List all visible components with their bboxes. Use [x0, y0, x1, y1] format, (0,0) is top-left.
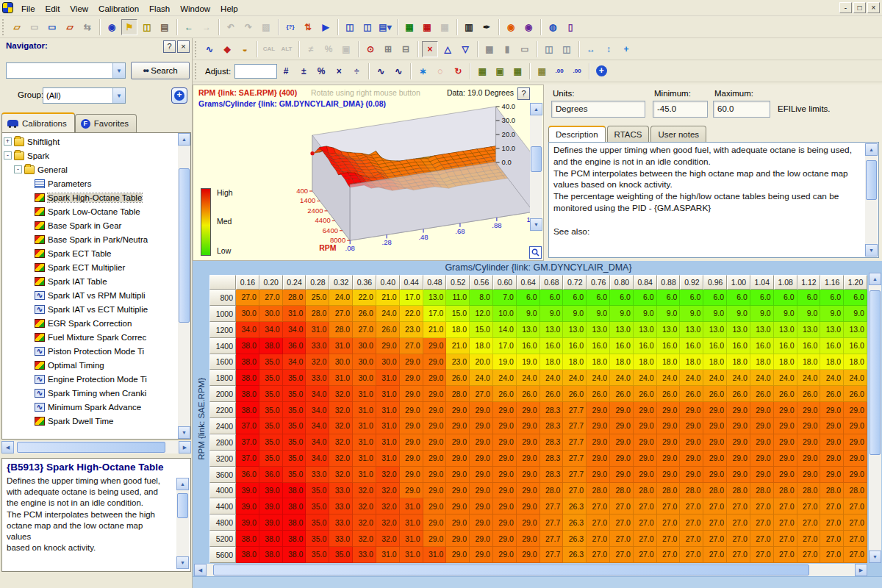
table-cell[interactable]: 35.0	[259, 370, 283, 386]
table-cell[interactable]: 28.0	[703, 483, 727, 499]
table-cell[interactable]: 33.0	[306, 370, 329, 386]
table-cell[interactable]: 27.0	[774, 531, 797, 547]
table-cell[interactable]: 26.0	[703, 386, 727, 402]
column-header[interactable]: 0.56	[470, 275, 493, 290]
cone-down-icon[interactable]: ▽	[457, 41, 473, 57]
menu-view[interactable]: View	[65, 2, 93, 15]
undo-icon[interactable]: ↶	[223, 19, 239, 35]
table-cell[interactable]: 29.0	[423, 386, 447, 402]
table-cell[interactable]: 10.0	[493, 306, 517, 322]
table-cell[interactable]: 35.0	[259, 386, 283, 402]
table-cell[interactable]: 26.3	[563, 531, 587, 547]
delete-cells-icon[interactable]: ×	[422, 41, 438, 57]
table-cell[interactable]: 31.0	[423, 547, 447, 563]
table-cell[interactable]: 6.0	[517, 290, 540, 306]
table-cell[interactable]: 29.0	[657, 402, 681, 418]
row-header[interactable]: 1400	[209, 338, 236, 354]
table-cell[interactable]: 31.0	[376, 434, 400, 451]
column-header[interactable]: 0.96	[703, 275, 727, 290]
table-cell[interactable]: 27.0	[820, 498, 844, 514]
row-header[interactable]: 1600	[209, 354, 236, 370]
table-cell[interactable]: 26.0	[680, 386, 703, 402]
row-header[interactable]: 1800	[209, 370, 236, 386]
table-cell[interactable]: 31.0	[376, 402, 400, 418]
table-cell[interactable]: 24.0	[797, 370, 821, 386]
smooth-icon[interactable]: ∿	[373, 63, 389, 79]
table-cell[interactable]: 29.0	[423, 418, 447, 434]
collapse-icon[interactable]: -	[4, 151, 12, 159]
menu-window[interactable]: Window	[175, 2, 215, 15]
table-cell[interactable]: 35.0	[283, 418, 306, 434]
table-cell[interactable]: 29.0	[517, 547, 540, 563]
row-header[interactable]: 3200	[209, 451, 236, 467]
table-cell[interactable]: 27.0	[657, 514, 681, 531]
table-cell[interactable]: 24.0	[610, 370, 634, 386]
table-cell[interactable]: 32.0	[329, 451, 353, 467]
table-cell[interactable]: 26.0	[797, 386, 821, 402]
table-cell[interactable]: 30.0	[353, 370, 376, 386]
select-column-icon[interactable]: ▮	[499, 41, 515, 57]
table-cell[interactable]: 18.0	[540, 354, 564, 370]
row-header[interactable]: 5600	[209, 547, 236, 563]
row-header[interactable]: 4800	[209, 514, 236, 531]
table-cell[interactable]: 31.0	[400, 498, 423, 514]
table-cell[interactable]: 16.0	[610, 338, 634, 354]
table-cell[interactable]: 35.0	[306, 531, 329, 547]
link-percent-icon[interactable]: %	[320, 41, 337, 57]
back-icon[interactable]: ←	[181, 19, 197, 35]
table-cell[interactable]: 26.0	[517, 386, 540, 402]
table-cell[interactable]: 29.0	[446, 434, 470, 451]
table-cell[interactable]: 20.0	[470, 354, 493, 370]
help-search-icon[interactable]: {?}	[282, 19, 298, 35]
table-cell[interactable]: 31.0	[400, 531, 423, 547]
column-header[interactable]: 1.04	[750, 275, 774, 290]
table-cell[interactable]: 29.0	[844, 451, 867, 467]
column-header[interactable]: 0.92	[680, 275, 703, 290]
scroll-left-icon[interactable]: ◀	[194, 564, 207, 576]
table-cell[interactable]: 29.0	[423, 514, 447, 531]
table-cell[interactable]: 29.0	[400, 418, 423, 434]
table-cell[interactable]: 29.0	[423, 434, 447, 451]
table-cell[interactable]: 29.0	[610, 467, 634, 483]
table-cell[interactable]: 26.0	[657, 386, 681, 402]
table-cell[interactable]: 33.0	[329, 498, 353, 514]
table-cell[interactable]: 29.0	[517, 514, 540, 531]
table-cell[interactable]: 38.0	[236, 370, 259, 386]
table-cell[interactable]: 9.0	[587, 306, 610, 322]
tree-item-spark-high-octane-table[interactable]: Spark High-Octane Table	[4, 190, 190, 204]
column-header[interactable]: 1.20	[844, 275, 867, 290]
table-cell[interactable]: 29.0	[680, 418, 703, 434]
table-cell[interactable]: 29.0	[446, 498, 470, 514]
table-cell[interactable]: 27.0	[657, 547, 681, 563]
refresh-pids-icon[interactable]: ⇅	[300, 19, 316, 35]
table-cell[interactable]: 13.0	[563, 322, 587, 338]
scroll-down-icon[interactable]: ▼	[530, 218, 542, 231]
collapse-icon[interactable]: -	[14, 165, 22, 173]
table-cell[interactable]: 35.0	[329, 547, 353, 563]
table-cell[interactable]: 27.0	[820, 531, 844, 547]
multiply-icon[interactable]: ×	[331, 63, 347, 79]
column-header[interactable]: 0.44	[400, 275, 423, 290]
table-cell[interactable]: 29.0	[423, 483, 447, 499]
table-cell[interactable]: 27.0	[774, 514, 797, 531]
chip-disabled-icon[interactable]: ▦	[437, 19, 453, 35]
table-cell[interactable]: 29.0	[634, 418, 657, 434]
table-cell[interactable]: 27.0	[750, 547, 774, 563]
table-cell[interactable]: 29.0	[493, 547, 517, 563]
table-cell[interactable]: 29.0	[470, 483, 493, 499]
table-cell[interactable]: 29.0	[820, 434, 844, 451]
table-cell[interactable]: 29.0	[657, 418, 681, 434]
table-cell[interactable]: 12.0	[470, 306, 493, 322]
table-cell[interactable]: 29.0	[470, 514, 493, 531]
table-cell[interactable]: 24.0	[774, 370, 797, 386]
column-header[interactable]: 0.60	[493, 275, 517, 290]
table-cell[interactable]: 29.0	[774, 418, 797, 434]
table-cell[interactable]: 6.0	[844, 290, 867, 306]
navigator-close-button[interactable]: ×	[177, 40, 190, 53]
tree-item-base-spark-in-park-neutra[interactable]: Base Spark in Park/Neutra	[4, 232, 190, 246]
table-cell[interactable]: 18.0	[587, 354, 610, 370]
table-cell[interactable]: 21.0	[376, 290, 400, 306]
table-cell[interactable]: 24.0	[844, 370, 867, 386]
table-cell[interactable]: 29.0	[517, 531, 540, 547]
table-cell[interactable]: 29.0	[797, 434, 821, 451]
